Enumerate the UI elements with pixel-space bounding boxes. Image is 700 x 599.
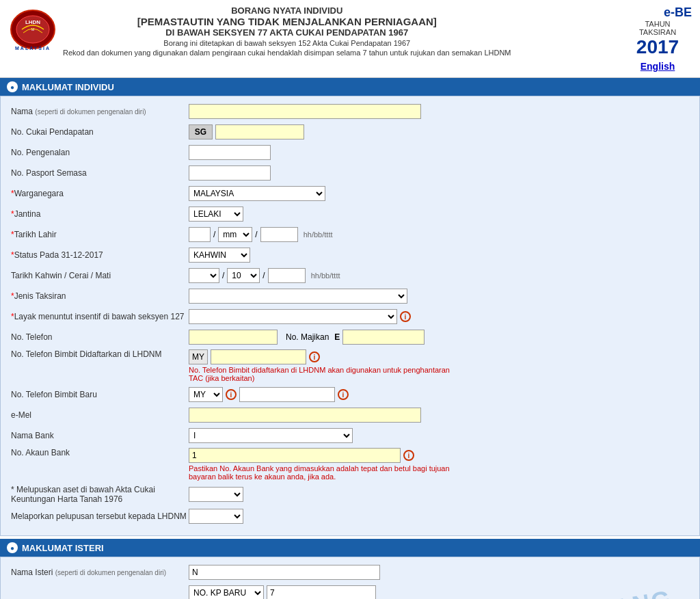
ebe-label: e-BE [623, 5, 692, 20]
telefon-label: No. Telefon [11, 332, 189, 342]
section-maklumat-individu: ● MAKLUMAT INDIVIDU [0, 78, 700, 96]
bimbit-baru-info-icon2[interactable]: i [338, 389, 349, 400]
warganegara-row: *Warganegara MALAYSIA BUKAN WARGANEGARA [11, 185, 689, 202]
nama-label: Nama (seperti di dokumen pengenalan diri… [11, 107, 189, 116]
bank-select[interactable]: I [189, 428, 353, 443]
layak-row: *Layak menuntut insentif di bawah seksye… [11, 308, 689, 325]
layak-label: *Layak menuntut insentif di bawah seksye… [11, 312, 189, 321]
warganegara-select[interactable]: MALAYSIA BUKAN WARGANEGARA [189, 186, 325, 201]
year-label: 2017 [623, 36, 692, 58]
jantina-controls: LELAKI PEREMPUAN [189, 207, 689, 222]
emel-controls [189, 408, 689, 423]
english-link[interactable]: English [623, 61, 692, 72]
warganegara-label: *Warganegara [11, 189, 189, 198]
bimbit-baru-controls: MY i i [189, 387, 689, 402]
jenis-select[interactable] [189, 289, 407, 304]
melaporkan-label: Melaporkan pelupusan tersebut kepada LHD… [11, 511, 189, 521]
melaporkan-row: Melaporkan pelupusan tersebut kepada LHD… [11, 508, 689, 524]
section-maklumat-isteri-label: MAKLUMAT ISTERI [22, 543, 104, 553]
majikan-e-prefix: E [334, 332, 340, 342]
melaporkan-select[interactable] [189, 509, 243, 524]
warning-text: Rekod dan dokumen yang digunakan dalam p… [63, 49, 511, 57]
melaporkan-controls [189, 509, 689, 524]
bimbit-baru-label: No. Telefon Bimbit Baru [11, 390, 189, 399]
tarikh-lahir-label: *Tarikh Lahir [11, 230, 189, 239]
akaun-input[interactable] [189, 448, 401, 463]
bimbit-baru-info-icon1[interactable]: i [226, 389, 237, 400]
tarikh-lahir-row: *Tarikh Lahir / mm 01020304 05060708 091… [11, 226, 689, 243]
svg-text:LHDN: LHDN [25, 19, 40, 25]
pasport-input[interactable] [189, 165, 271, 181]
pengenalan-controls [189, 145, 689, 160]
tarikh-kahwin-label: Tarikh Kahwin / Cerai / Mati [11, 271, 189, 280]
bank-controls: I [189, 428, 689, 443]
jenis-label: *Jenis Taksiran [11, 291, 189, 301]
tarikh-kahwin-yyyy-input[interactable] [268, 268, 306, 283]
bimbit-baru-input[interactable] [239, 387, 335, 402]
bimbit-info-icon[interactable]: i [309, 351, 320, 362]
pasport-label: No. Pasport Semasa [11, 168, 189, 178]
akaun-row: No. Akaun Bank i Pastikan No. Akaun Bank… [11, 448, 689, 481]
tarikh-kahwin-mm-select[interactable]: 10 01020304 05060708 091112 [227, 268, 260, 283]
cukai-label: No. Cukai Pendapatan [11, 127, 189, 137]
jantina-select[interactable]: LELAKI PEREMPUAN [189, 207, 243, 222]
isteri-kp-controls: NO. KP BARU NO. KP LAMA PASPORT [189, 585, 689, 599]
tarikh-lahir-yyyy-input[interactable] [260, 227, 298, 242]
telefon-controls: No. Majikan E [189, 330, 689, 345]
status-select[interactable]: KAHWIN BUJANG JANDA/DUDA CERAI [189, 248, 250, 263]
akaun-info-icon[interactable]: i [403, 450, 414, 461]
warganegara-controls: MALAYSIA BUKAN WARGANEGARA [189, 186, 689, 201]
emel-input[interactable] [189, 408, 421, 423]
bimbit-baru-prefix-select[interactable]: MY [189, 387, 223, 402]
telefon-row: No. Telefon No. Majikan E [11, 329, 689, 345]
cukai-controls [189, 124, 689, 139]
header-right: e-BE TAHUN TAKSIRAN 2017 English [623, 5, 692, 72]
tarikh-lahir-mm-select[interactable]: mm 01020304 05060708 09101112 [218, 227, 252, 242]
bimbit-input[interactable] [211, 349, 306, 364]
bank-row: Nama Bank I [11, 427, 689, 444]
majikan-label-text: No. Majikan [286, 332, 329, 342]
nama-row: Nama (seperti di dokumen pengenalan diri… [11, 103, 689, 120]
isteri-nama-sublabel: (seperti di dokumen pengenalan diri) [55, 569, 166, 576]
nama-controls [189, 104, 689, 119]
header-logo: LHDN M MALAYSIA BORANG NYATA INDIVIDU [P… [8, 5, 511, 57]
layak-select[interactable] [189, 309, 397, 324]
form-individu: Nama (seperti di dokumen pengenalan diri… [0, 96, 700, 536]
slash4: / [262, 271, 265, 280]
isteri-kp-input[interactable] [267, 585, 376, 599]
tarikh-kahwin-hint: hh/bb/tttt [311, 271, 340, 280]
subtitle: Borang ini ditetapkan di bawah seksyen 1… [63, 39, 511, 47]
tarikh-lahir-controls: / mm 01020304 05060708 09101112 / hh/bb/… [189, 227, 689, 242]
tarikh-lahir-dd-input[interactable] [189, 227, 211, 242]
majikan-input[interactable] [342, 330, 425, 345]
tarikh-kahwin-controls: / 10 01020304 05060708 091112 / hh/bb/tt… [189, 268, 689, 283]
section-isteri-circle-icon: ● [7, 542, 18, 553]
pelupusan-select[interactable] [189, 487, 243, 502]
nama-sublabel: (seperti di dokumen pengenalan diri) [35, 108, 146, 116]
pelupusan-row: * Melupuskan aset di bawah Akta Cukai Ke… [11, 485, 689, 504]
taksiran-label: TAKSIRAN [623, 28, 692, 36]
tahun-label: TAHUN [623, 20, 692, 28]
status-label: *Status Pada 31-12-2017 [11, 250, 189, 260]
layak-controls: i [189, 309, 689, 324]
title3: DI BAWAH SEKSYEN 77 AKTA CUKAI PENDAPATA… [63, 27, 511, 38]
section-circle-icon: ● [7, 81, 18, 92]
header-text-block: BORANG NYATA INDIVIDU [PEMASTAUTIN YANG … [63, 5, 511, 57]
title2: [PEMASTAUTIN YANG TIDAK MENJALANKAN PERN… [63, 16, 511, 27]
section-maklumat-isteri: ● MAKLUMAT ISTERI [0, 539, 700, 557]
cukai-row: No. Cukai Pendapatan [11, 124, 689, 140]
akaun-bank-note: Pastikan No. Akaun Bank yang dimasukkan … [189, 464, 469, 481]
isteri-nama-input[interactable] [189, 565, 380, 580]
tarikh-kahwin-dd-select[interactable] [189, 268, 219, 283]
isteri-nama-controls [189, 565, 689, 580]
nama-input[interactable] [189, 104, 421, 119]
cukai-num-input[interactable] [215, 124, 304, 139]
layak-info-icon[interactable]: i [400, 311, 411, 322]
header: LHDN M MALAYSIA BORANG NYATA INDIVIDU [P… [0, 0, 700, 78]
isteri-kp-type-select[interactable]: NO. KP BARU NO. KP LAMA PASPORT [189, 585, 264, 599]
akaun-label: No. Akaun Bank [11, 448, 189, 457]
telefon-input[interactable] [189, 330, 278, 345]
emel-label: e-Mel [11, 410, 189, 420]
svg-text:MALAYSIA: MALAYSIA [15, 46, 51, 51]
pengenalan-input[interactable] [189, 145, 271, 160]
